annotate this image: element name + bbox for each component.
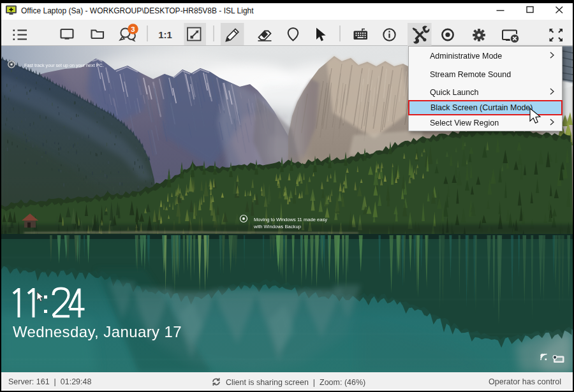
svg-text:Wednesday, January 17: Wednesday, January 17 [13,323,182,340]
svg-text:Moving to Windows 11 made easy: Moving to Windows 11 made easy [254,217,327,222]
svg-text:1:1: 1:1 [158,29,172,40]
svg-text:Fast track your set up on yo: Fast track your set up on your next PC. [24,62,104,68]
svg-text:with Windows Backup: with Windows Backup [253,224,301,229]
svg-text:3: 3 [131,25,135,33]
